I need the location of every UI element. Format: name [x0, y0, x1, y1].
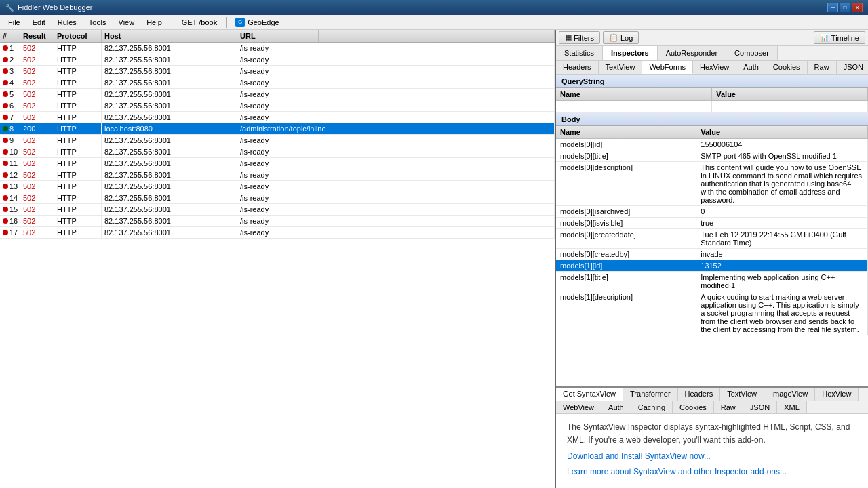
bstab-raw[interactable]: Raw	[714, 401, 743, 413]
timeline-button[interactable]: 📊 Timeline	[814, 31, 865, 44]
subtab-cookies[interactable]: Cookies	[766, 61, 808, 74]
querystring-body	[556, 101, 868, 113]
menu-rules[interactable]: Rules	[52, 17, 82, 28]
menu-view[interactable]: View	[113, 17, 140, 28]
error-dot	[3, 207, 8, 212]
bstab-cookies[interactable]: Cookies	[673, 401, 714, 413]
table-row[interactable]: models[0][isarchived]0	[556, 206, 868, 218]
app-title: Fiddler Web Debugger	[18, 3, 827, 12]
session-protocol: HTTP	[54, 158, 102, 169]
body-row-value: 1550006104	[696, 139, 868, 150]
log-button[interactable]: 📋 Log	[603, 31, 639, 44]
table-row[interactable]: 6502HTTP82.137.255.56:8001/is-ready	[0, 100, 555, 112]
menu-tools[interactable]: Tools	[83, 17, 112, 28]
menu-get-book[interactable]: GET /book	[176, 17, 222, 28]
table-row[interactable]: models[1][title]Implementing web applica…	[556, 272, 868, 291]
menu-file[interactable]: File	[3, 17, 26, 28]
tab-composer[interactable]: Composer	[726, 46, 778, 60]
maximize-button[interactable]: □	[840, 3, 850, 12]
session-host: localhost:8080	[102, 123, 237, 134]
btab-imageview[interactable]: ImageView	[764, 388, 815, 401]
table-row[interactable]: 8200HTTPlocalhost:8080/administration/to…	[0, 123, 555, 135]
table-row[interactable]: models[1][description]A quick coding to …	[556, 291, 868, 336]
bstab-xml[interactable]: XML	[777, 401, 807, 413]
bstab-webview[interactable]: WebView	[556, 401, 601, 413]
session-host: 82.137.255.56:8001	[102, 181, 237, 192]
btab-textview[interactable]: TextView	[720, 388, 764, 401]
syntax-view-content: The SyntaxView Inspector displays syntax…	[556, 414, 868, 488]
filters-button[interactable]: ▦ Filters	[559, 31, 600, 44]
subtab-textview[interactable]: TextView	[599, 61, 643, 74]
session-protocol: HTTP	[54, 54, 102, 65]
session-rows: 1502HTTP82.137.255.56:8001/is-ready2502H…	[0, 43, 555, 239]
subtab-headers[interactable]: Headers	[556, 61, 599, 74]
table-row[interactable]: 12502HTTP82.137.255.56:8001/is-ready	[0, 169, 555, 181]
inspector-panel: ▦ Filters 📋 Log 📊 Timeline Statistics In…	[556, 30, 868, 488]
bstab-caching[interactable]: Caching	[631, 401, 673, 413]
table-row[interactable]: 13502HTTP82.137.255.56:8001/is-ready	[0, 181, 555, 192]
table-row[interactable]: models[0][id]1550006104	[556, 139, 868, 150]
error-dot	[3, 92, 8, 97]
tab-inspectors[interactable]: Inspectors	[603, 46, 658, 60]
session-protocol: HTTP	[54, 66, 102, 77]
close-button[interactable]: ✕	[852, 3, 863, 12]
btab-headers[interactable]: Headers	[678, 388, 721, 401]
minimize-button[interactable]: ─	[827, 3, 838, 12]
error-dot	[3, 45, 8, 51]
table-row[interactable]: models[0][title]SMTP port 465 with OpenS…	[556, 150, 868, 162]
table-row[interactable]: models[0][createddate]Tue Feb 12 2019 22…	[556, 229, 868, 249]
body-table-body: models[0][id]1550006104models[0][title]S…	[556, 139, 868, 336]
error-dot	[3, 68, 8, 74]
session-result: 502	[20, 227, 54, 238]
session-host: 82.137.255.56:8001	[102, 216, 237, 226]
subtab-json[interactable]: JSON	[837, 61, 868, 74]
table-row[interactable]: models[0][isvisible]true	[556, 218, 868, 229]
body-row-name: models[0][createddate]	[556, 229, 696, 249]
body-row-name: models[0][createdby]	[556, 249, 696, 260]
body-row-value: 0	[696, 206, 868, 218]
table-row[interactable]: 4502HTTP82.137.255.56:8001/is-ready	[0, 77, 555, 89]
menu-help[interactable]: Help	[141, 17, 167, 28]
table-row[interactable]: 5502HTTP82.137.255.56:8001/is-ready	[0, 89, 555, 100]
main-container: # Result Protocol Host URL 1502HTTP82.13…	[0, 30, 868, 488]
subtab-hexview[interactable]: HexView	[693, 61, 736, 74]
table-row[interactable]: 10502HTTP82.137.255.56:8001/is-ready	[0, 146, 555, 158]
syntax-view-text: The SyntaxView Inspector displays syntax…	[567, 421, 857, 447]
session-host: 82.137.255.56:8001	[102, 43, 237, 54]
bstab-json[interactable]: JSON	[743, 401, 777, 413]
session-cell-id: 12	[0, 169, 20, 180]
btab-hexview[interactable]: HexView	[815, 388, 859, 401]
table-row[interactable]: 17502HTTP82.137.255.56:8001/is-ready	[0, 227, 555, 239]
table-row[interactable]: 1502HTTP82.137.255.56:8001/is-ready	[0, 43, 555, 54]
table-row[interactable]: models[1][id]13152	[556, 260, 868, 272]
body-row-value: 13152	[696, 260, 868, 272]
tab-statistics[interactable]: Statistics	[556, 46, 603, 60]
table-row[interactable]: 9502HTTP82.137.255.56:8001/is-ready	[0, 135, 555, 146]
querystring-header: QueryString	[556, 75, 868, 88]
body-row-name: models[0][isarchived]	[556, 206, 696, 218]
btab-get-syntaxview[interactable]: Get SyntaxView	[556, 388, 623, 401]
menu-edit[interactable]: Edit	[27, 17, 51, 28]
subtab-auth[interactable]: Auth	[736, 61, 766, 74]
menu-geo[interactable]: G GeoEdge	[231, 16, 283, 28]
qs-col-value: Value	[712, 88, 868, 101]
table-row[interactable]: 16502HTTP82.137.255.56:8001/is-ready	[0, 216, 555, 227]
btab-transformer[interactable]: Transformer	[623, 388, 678, 401]
table-row[interactable]: 2502HTTP82.137.255.56:8001/is-ready	[0, 54, 555, 66]
log-label: Log	[620, 34, 633, 42]
table-row[interactable]: 11502HTTP82.137.255.56:8001/is-ready	[0, 158, 555, 169]
table-row[interactable]: 3502HTTP82.137.255.56:8001/is-ready	[0, 66, 555, 77]
body-row-name: models[0][id]	[556, 139, 696, 150]
syntax-download-link[interactable]: Download and Install SyntaxView now...	[567, 451, 711, 461]
tab-autoresponder[interactable]: AutoResponder	[658, 46, 726, 60]
bstab-auth[interactable]: Auth	[601, 401, 631, 413]
table-row[interactable]: 7502HTTP82.137.255.56:8001/is-ready	[0, 112, 555, 123]
subtab-webforms[interactable]: WebForms	[642, 61, 693, 74]
table-row[interactable]: models[0][createdby]invade	[556, 249, 868, 260]
session-protocol: HTTP	[54, 216, 102, 226]
subtab-raw[interactable]: Raw	[808, 61, 837, 74]
table-row[interactable]: 15502HTTP82.137.255.56:8001/is-ready	[0, 204, 555, 216]
syntax-more-link[interactable]: Learn more about SyntaxView and other In…	[567, 467, 787, 476]
table-row[interactable]: models[0][description]This content will …	[556, 162, 868, 206]
table-row[interactable]: 14502HTTP82.137.255.56:8001/is-ready	[0, 192, 555, 204]
